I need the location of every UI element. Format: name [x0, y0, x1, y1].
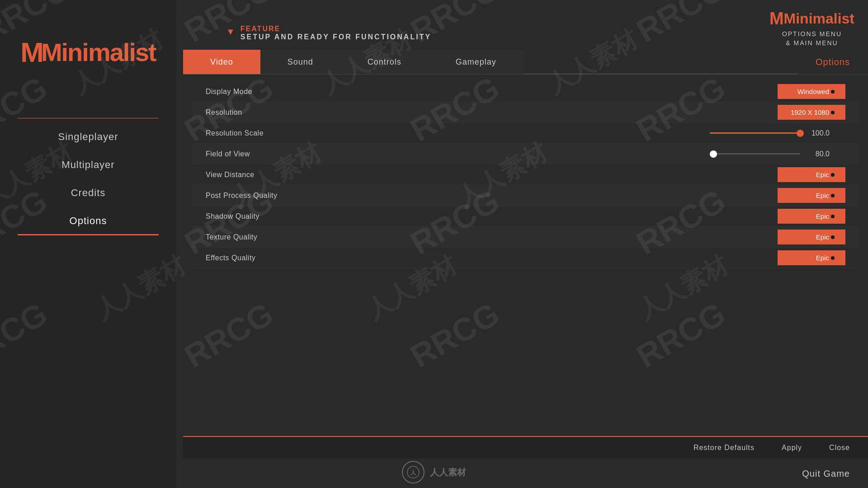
restore-defaults-button[interactable]: Restore Defaults — [693, 444, 755, 452]
option-dot-effects-quality — [831, 256, 835, 260]
sidebar-item-singleplayer[interactable]: Singleplayer — [18, 123, 159, 151]
option-slider-field-of-view[interactable]: 80.0 — [710, 150, 845, 158]
option-row-resolution-scale: Resolution Scale 100.0 — [192, 123, 859, 144]
sidebar-item-options[interactable]: Options — [18, 207, 159, 235]
option-dot-shadow-quality — [831, 215, 835, 218]
option-value-view-distance: Epic — [816, 171, 829, 178]
main-content: Video Sound Controls Gameplay Options Di… — [183, 50, 868, 488]
option-row-effects-quality: Effects Quality Epic — [192, 248, 859, 268]
option-value-effects-quality: Epic — [816, 254, 829, 262]
option-label-texture-quality: Texture Quality — [206, 233, 778, 241]
tab-options[interactable]: Options — [797, 50, 868, 74]
option-dot-texture-quality — [831, 235, 835, 239]
option-label-effects-quality: Effects Quality — [206, 254, 778, 262]
svg-text:人: 人 — [410, 469, 416, 476]
option-value-shadow-quality: Epic — [816, 212, 829, 220]
slider-fill-resolution-scale — [710, 132, 800, 134]
tab-sound[interactable]: Sound — [260, 50, 340, 74]
option-label-display-mode: Display Mode — [206, 88, 778, 96]
tab-spacer — [524, 50, 797, 74]
sidebar-item-multiplayer-label: Multiplayer — [61, 159, 114, 170]
option-btn-resolution[interactable]: 1920 X 1080 — [778, 105, 845, 120]
option-label-resolution-scale: Resolution Scale — [206, 129, 710, 137]
option-value-post-process: Epic — [816, 192, 829, 199]
option-row-texture-quality: Texture Quality Epic — [192, 227, 859, 248]
option-btn-display-mode[interactable]: Windowed — [778, 84, 845, 99]
tab-video[interactable]: Video — [183, 50, 260, 74]
slider-value-resolution-scale: 100.0 — [807, 129, 830, 137]
sidebar-item-credits[interactable]: Credits — [18, 179, 159, 207]
option-value-display-mode: Windowed — [797, 88, 829, 95]
tab-options-label: Options — [816, 57, 850, 67]
option-row-shadow-quality: Shadow Quality Epic — [192, 206, 859, 227]
slider-thumb-field-of-view[interactable] — [710, 150, 717, 158]
option-row-display-mode: Display Mode Windowed — [192, 81, 859, 102]
watermark-logo-text: 人人素材 — [430, 466, 466, 479]
nav-menu: Singleplayer Multiplayer Credits Options — [18, 123, 159, 235]
option-btn-effects-quality[interactable]: Epic — [778, 250, 845, 265]
tab-gameplay[interactable]: Gameplay — [429, 50, 524, 74]
option-btn-texture-quality[interactable]: Epic — [778, 230, 845, 244]
feature-text-block: FEATURE SETUP AND READY FOR FUNCTIONALIT… — [241, 25, 431, 41]
slider-track-field-of-view — [710, 153, 800, 155]
logo-text: Minimalist — [41, 38, 156, 67]
quit-game-button[interactable]: Quit Game — [802, 469, 850, 479]
logo-m-icon: M — [20, 36, 43, 68]
logo: M Minimalist — [20, 36, 156, 68]
feature-arrow-icon: ▼ — [226, 27, 235, 37]
sidebar-item-singleplayer-label: Singleplayer — [58, 131, 118, 142]
slider-value-field-of-view: 80.0 — [807, 150, 830, 158]
option-dot-resolution — [831, 111, 835, 114]
option-dot-display-mode — [831, 90, 835, 94]
slider-track-resolution-scale — [710, 132, 800, 134]
tab-video-label: Video — [210, 57, 233, 67]
option-dot-view-distance — [831, 173, 835, 177]
brand-subtitle-line1: OPTIONS MENU — [769, 30, 854, 38]
nav-divider-bottom — [18, 235, 159, 235]
brand-subtitle-line2: & MAIN MENU — [769, 39, 854, 47]
option-btn-shadow-quality[interactable]: Epic — [778, 209, 845, 224]
watermark-circle-icon: 人 — [402, 461, 425, 483]
slider-thumb-resolution-scale[interactable] — [797, 130, 804, 137]
bottom-bar: Restore Defaults Apply Close — [183, 436, 868, 459]
option-label-shadow-quality: Shadow Quality — [206, 212, 778, 221]
option-slider-resolution-scale[interactable]: 100.0 — [710, 129, 845, 137]
option-dot-post-process — [831, 194, 835, 197]
brand-logo-text: Minimalist — [784, 10, 854, 27]
option-value-resolution: 1920 X 1080 — [791, 108, 829, 116]
option-btn-view-distance[interactable]: Epic — [778, 167, 845, 182]
top-right-brand: M Minimalist OPTIONS MENU & MAIN MENU — [769, 9, 854, 47]
close-button[interactable]: Close — [829, 444, 850, 452]
option-btn-post-process[interactable]: Epic — [778, 188, 845, 203]
sidebar: M Minimalist Singleplayer Multiplayer Cr… — [0, 0, 176, 488]
sidebar-item-options-label: Options — [70, 215, 107, 226]
option-row-post-process: Post Process Quality Epic — [192, 185, 859, 206]
tab-sound-label: Sound — [288, 57, 313, 67]
settings-panel: Display Mode Windowed Resolution 1920 X … — [183, 75, 868, 300]
watermark-rrcg-4: RRCG — [630, 0, 732, 50]
feature-label: FEATURE — [241, 25, 431, 33]
tabs-bar: Video Sound Controls Gameplay Options — [183, 50, 868, 75]
option-label-resolution: Resolution — [206, 108, 778, 117]
brand-logo: M Minimalist — [769, 9, 854, 28]
option-row-resolution: Resolution 1920 X 1080 — [192, 102, 859, 123]
tab-controls-label: Controls — [368, 57, 401, 67]
option-row-field-of-view: Field of View 80.0 — [192, 144, 859, 164]
feature-description: SETUP AND READY FOR FUNCTIONALITY — [241, 33, 431, 41]
option-label-field-of-view: Field of View — [206, 150, 710, 158]
option-label-post-process: Post Process Quality — [206, 192, 778, 200]
sidebar-item-multiplayer[interactable]: Multiplayer — [18, 151, 159, 179]
tab-gameplay-label: Gameplay — [456, 57, 496, 67]
nav-divider-top — [18, 118, 159, 118]
apply-button[interactable]: Apply — [782, 444, 802, 452]
option-value-texture-quality: Epic — [816, 233, 829, 241]
tab-controls[interactable]: Controls — [340, 50, 429, 74]
option-label-view-distance: View Distance — [206, 171, 778, 179]
sidebar-item-credits-label: Credits — [71, 187, 106, 198]
bottom-watermark-logo: 人 人人素材 — [402, 461, 466, 483]
feature-header: ▼ FEATURE SETUP AND READY FOR FUNCTIONAL… — [226, 25, 431, 41]
option-row-view-distance: View Distance Epic — [192, 164, 859, 185]
brand-m-icon: M — [769, 9, 784, 28]
